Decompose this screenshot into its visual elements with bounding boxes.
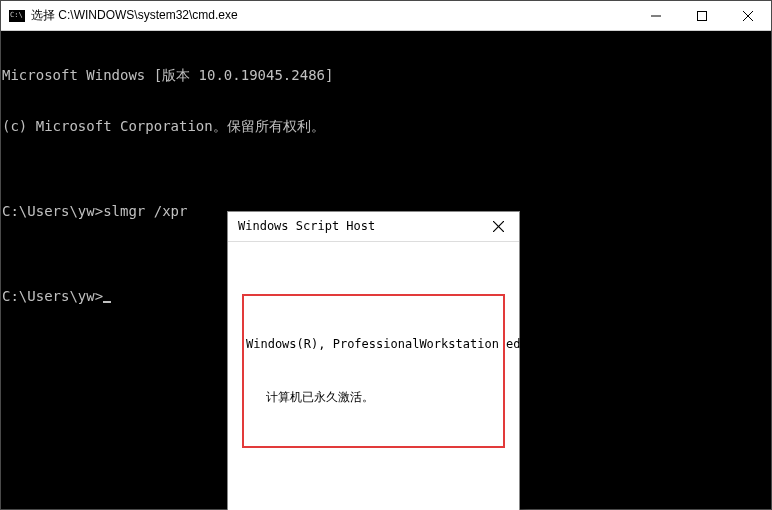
dialog-titlebar[interactable]: Windows Script Host <box>228 212 519 242</box>
dialog-title: Windows Script Host <box>238 218 477 235</box>
close-icon <box>743 11 753 21</box>
terminal-area[interactable]: Microsoft Windows [版本 10.0.19045.2486] (… <box>1 31 771 509</box>
window-controls <box>633 1 771 30</box>
dialog-close-button[interactable] <box>477 212 519 241</box>
prompt-command: slmgr /xpr <box>103 203 187 219</box>
window-title: 选择 C:\WINDOWS\system32\cmd.exe <box>31 7 633 24</box>
minimize-icon <box>651 11 661 21</box>
highlight-annotation: Windows(R), ProfessionalWorkstation edit… <box>242 294 505 448</box>
cmd-icon <box>9 10 25 22</box>
dialog-message-line1: Windows(R), ProfessionalWorkstation edit… <box>246 336 497 353</box>
cmd-window: 选择 C:\WINDOWS\system32\cmd.exe Microsoft… <box>0 0 772 510</box>
cursor <box>103 301 111 303</box>
titlebar[interactable]: 选择 C:\WINDOWS\system32\cmd.exe <box>1 1 771 31</box>
dialog-message-line2: 计算机已永久激活。 <box>246 389 497 406</box>
script-host-dialog: Windows Script Host Windows(R), Professi… <box>227 211 520 510</box>
prompt-path: C:\Users\yw> <box>2 203 103 219</box>
dialog-body: Windows(R), ProfessionalWorkstation edit… <box>228 242 519 510</box>
maximize-button[interactable] <box>679 1 725 30</box>
terminal-line: (c) Microsoft Corporation。保留所有权利。 <box>1 118 771 135</box>
minimize-button[interactable] <box>633 1 679 30</box>
svg-rect-1 <box>698 11 707 20</box>
terminal-line: Microsoft Windows [版本 10.0.19045.2486] <box>1 67 771 84</box>
close-icon <box>493 221 504 232</box>
prompt-path: C:\Users\yw> <box>2 288 103 304</box>
close-button[interactable] <box>725 1 771 30</box>
maximize-icon <box>697 11 707 21</box>
